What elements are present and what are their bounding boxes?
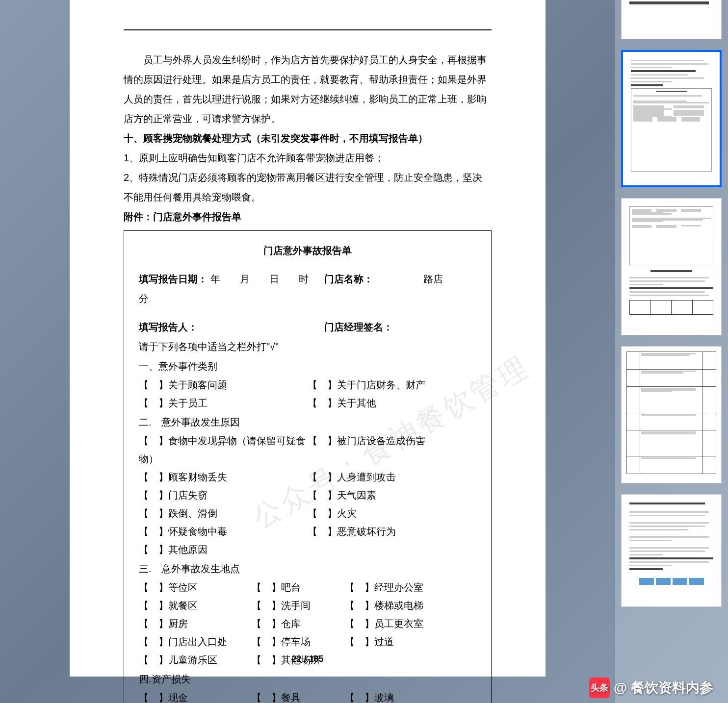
cb-fire: 【 】火灾 bbox=[308, 504, 476, 523]
cb-office: 【 】经理办公室 bbox=[345, 578, 476, 597]
cb-other-reason: 【 】其他原因 bbox=[139, 541, 308, 559]
store-label: 门店名称： bbox=[324, 274, 373, 284]
cb-equipment-injury: 【 】被门店设备造成伤害 bbox=[308, 432, 476, 468]
thumbnail-next-2[interactable] bbox=[621, 346, 722, 483]
cb-foreign-object: 【 】食物中发现异物（请保留可疑食物） bbox=[139, 432, 308, 468]
list-item-2: 2、特殊情况门店必须将顾客的宠物带离用餐区进行安全管理，防止安全隐患，坚决不能用… bbox=[124, 168, 492, 207]
cb-kitchen: 【 】厨房 bbox=[139, 615, 252, 633]
attribution-overlay: 头条 @ 餐饮资料内参 bbox=[589, 678, 713, 698]
attribution-name: 餐饮资料内参 bbox=[631, 678, 713, 697]
attachment-label: 附件：门店意外事件报告单 bbox=[124, 207, 492, 226]
cb-other: 【 】关于其他 bbox=[308, 394, 476, 412]
thumbnail-current[interactable] bbox=[621, 50, 722, 187]
cb-theft: 【 】门店失窃 bbox=[139, 486, 308, 504]
reporter-label: 填写报告人： bbox=[139, 317, 324, 337]
manager-sign-label: 门店经理签名： bbox=[324, 317, 476, 337]
cb-lost-property: 【 】顾客财物丢失 bbox=[139, 468, 308, 486]
document-viewport[interactable]: 员工与外界人员发生纠纷时，作为店方首先要保护好员工的人身安全，再根据事情的原因进… bbox=[0, 0, 615, 703]
date-label: 填写报告日期： bbox=[139, 274, 208, 284]
toutiao-icon: 头条 bbox=[589, 678, 610, 698]
cb-staff: 【 】关于员工 bbox=[139, 394, 308, 412]
cb-restroom: 【 】洗手间 bbox=[252, 597, 345, 615]
cb-slip: 【 】跌倒、滑倒 bbox=[139, 504, 308, 523]
form-instruction: 请于下列各项中适当之栏外打"√" bbox=[139, 337, 476, 356]
sec2-heading: 二. 意外事故发生原因 bbox=[139, 412, 476, 432]
cb-bar: 【 】吧台 bbox=[252, 578, 345, 597]
store-field: 门店名称： 路店 bbox=[324, 269, 476, 308]
body-paragraph: 员工与外界人员发生纠纷时，作为店方首先要保护好员工的人身安全，再根据事情的原因进… bbox=[124, 50, 492, 128]
cb-customer: 【 】关于顾客问题 bbox=[139, 376, 308, 394]
report-form: 公众号：食神餐饮管理 门店意外事故报告单 填写报告日期： 年 月 日 时 分 门… bbox=[124, 230, 492, 703]
toutiao-label: 头条 bbox=[591, 682, 608, 694]
thumbnail-next-3[interactable] bbox=[621, 494, 722, 607]
document-page: 员工与外界人员发生纠纷时，作为店方首先要保护好员工的人身安全，再根据事情的原因进… bbox=[70, 0, 546, 677]
cb-finance: 【 】关于门店财务、财产 bbox=[308, 376, 476, 394]
sec1-heading: 一、意外事件类别 bbox=[139, 356, 476, 376]
cb-aisle: 【 】过道 bbox=[345, 633, 476, 651]
cb-dining: 【 】就餐区 bbox=[139, 597, 252, 615]
list-item-1: 1、原则上应明确告知顾客门店不允许顾客带宠物进店用餐； bbox=[124, 148, 492, 168]
thumbnail-next-1[interactable] bbox=[621, 198, 722, 335]
cb-waiting: 【 】等位区 bbox=[139, 578, 252, 597]
cb-glass: 【 】玻璃 bbox=[345, 689, 476, 703]
cb-warehouse: 【 】仓库 bbox=[252, 615, 345, 633]
cb-assault: 【 】人身遭到攻击 bbox=[308, 468, 476, 486]
cb-stairs: 【 】楼梯或电梯 bbox=[345, 597, 476, 615]
cb-cash: 【 】现金 bbox=[139, 689, 252, 703]
page-number: 22 / 185 bbox=[70, 650, 546, 668]
cb-entrance: 【 】门店出入口处 bbox=[139, 633, 252, 651]
thumbnail-sidebar[interactable] bbox=[615, 0, 728, 703]
section-heading-10: 十、顾客携宠物就餐处理方式（未引发突发事件时，不用填写报告单） bbox=[124, 128, 492, 148]
cb-poison: 【 】怀疑食物中毒 bbox=[139, 523, 308, 541]
date-field: 填写报告日期： 年 月 日 时 分 bbox=[139, 269, 324, 308]
at-symbol: @ bbox=[614, 680, 627, 696]
cb-locker: 【 】员工更衣室 bbox=[345, 615, 476, 633]
form-title: 门店意外事故报告单 bbox=[139, 241, 476, 260]
cb-vandalism: 【 】恶意破坏行为 bbox=[308, 523, 476, 541]
thumbnail-prev[interactable] bbox=[621, 0, 722, 39]
sec4-heading: 四.资产损失 bbox=[139, 669, 476, 689]
cb-weather: 【 】天气因素 bbox=[308, 486, 476, 504]
horizontal-rule bbox=[124, 29, 492, 30]
store-suffix: 路店 bbox=[423, 274, 443, 284]
cb-parking: 【 】停车场 bbox=[252, 633, 345, 651]
sec3-heading: 三. 意外事故发生地点 bbox=[139, 559, 476, 578]
cb-tableware: 【 】餐具 bbox=[252, 689, 345, 703]
